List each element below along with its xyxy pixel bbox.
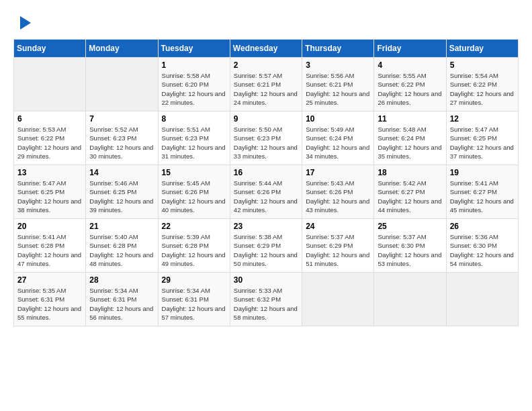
day-number: 11 xyxy=(378,114,442,124)
day-number: 23 xyxy=(234,222,298,231)
day-cell: 4Sunrise: 5:55 AMSunset: 6:22 PMDaylight… xyxy=(374,58,446,111)
day-info: Sunrise: 5:55 AMSunset: 6:22 PMDaylight:… xyxy=(378,71,442,107)
day-cell: 1Sunrise: 5:58 AMSunset: 6:20 PMDaylight… xyxy=(158,58,230,111)
day-number: 19 xyxy=(450,168,515,177)
day-info: Sunrise: 5:34 AMSunset: 6:31 PMDaylight:… xyxy=(162,286,226,322)
day-cell: 13Sunrise: 5:47 AMSunset: 6:25 PMDayligh… xyxy=(14,165,86,219)
day-info: Sunrise: 5:47 AMSunset: 6:25 PMDaylight:… xyxy=(17,179,82,214)
calendar-table: SundayMondayTuesdayWednesdayThursdayFrid… xyxy=(13,39,519,326)
day-info: Sunrise: 5:52 AMSunset: 6:23 PMDaylight:… xyxy=(89,125,154,161)
day-info: Sunrise: 5:45 AMSunset: 6:26 PMDaylight:… xyxy=(162,179,226,214)
day-number: 21 xyxy=(89,222,154,231)
header-day-saturday: Saturday xyxy=(446,40,518,58)
day-cell: 6Sunrise: 5:53 AMSunset: 6:22 PMDaylight… xyxy=(14,111,86,165)
day-number: 17 xyxy=(306,168,370,177)
day-number: 28 xyxy=(89,275,154,285)
day-cell: 5Sunrise: 5:54 AMSunset: 6:22 PMDaylight… xyxy=(446,58,518,111)
day-cell: 15Sunrise: 5:45 AMSunset: 6:26 PMDayligh… xyxy=(158,165,230,219)
day-number: 4 xyxy=(378,60,442,70)
day-number: 6 xyxy=(17,114,82,124)
day-cell: 10Sunrise: 5:49 AMSunset: 6:24 PMDayligh… xyxy=(302,111,374,165)
day-cell: 16Sunrise: 5:44 AMSunset: 6:26 PMDayligh… xyxy=(230,165,302,219)
day-cell: 28Sunrise: 5:34 AMSunset: 6:31 PMDayligh… xyxy=(86,273,158,326)
day-cell xyxy=(446,273,518,326)
day-info: Sunrise: 5:54 AMSunset: 6:22 PMDaylight:… xyxy=(450,71,515,107)
day-info: Sunrise: 5:41 AMSunset: 6:28 PMDaylight:… xyxy=(17,232,82,268)
day-cell: 21Sunrise: 5:40 AMSunset: 6:28 PMDayligh… xyxy=(86,219,158,273)
day-number: 27 xyxy=(17,275,82,285)
day-number: 1 xyxy=(162,60,226,70)
day-info: Sunrise: 5:47 AMSunset: 6:25 PMDaylight:… xyxy=(450,125,515,161)
day-cell: 2Sunrise: 5:57 AMSunset: 6:21 PMDaylight… xyxy=(230,58,302,111)
day-number: 30 xyxy=(234,275,298,285)
day-info: Sunrise: 5:39 AMSunset: 6:28 PMDaylight:… xyxy=(162,232,226,268)
day-cell: 30Sunrise: 5:33 AMSunset: 6:32 PMDayligh… xyxy=(230,273,302,326)
week-row-2: 6Sunrise: 5:53 AMSunset: 6:22 PMDaylight… xyxy=(14,111,519,165)
day-number: 18 xyxy=(378,168,442,177)
header-day-friday: Friday xyxy=(374,40,446,58)
day-number: 7 xyxy=(89,114,154,124)
week-row-3: 13Sunrise: 5:47 AMSunset: 6:25 PMDayligh… xyxy=(14,165,519,219)
day-cell: 22Sunrise: 5:39 AMSunset: 6:28 PMDayligh… xyxy=(158,219,230,273)
day-cell: 27Sunrise: 5:35 AMSunset: 6:31 PMDayligh… xyxy=(14,273,86,326)
day-info: Sunrise: 5:50 AMSunset: 6:23 PMDaylight:… xyxy=(234,125,298,161)
day-info: Sunrise: 5:48 AMSunset: 6:24 PMDaylight:… xyxy=(378,125,442,161)
day-cell: 20Sunrise: 5:41 AMSunset: 6:28 PMDayligh… xyxy=(14,219,86,273)
day-cell xyxy=(86,58,158,111)
logo-icon xyxy=(15,13,34,32)
day-info: Sunrise: 5:57 AMSunset: 6:21 PMDaylight:… xyxy=(234,71,298,107)
day-cell xyxy=(14,58,86,111)
header-day-sunday: Sunday xyxy=(14,40,86,58)
day-cell: 11Sunrise: 5:48 AMSunset: 6:24 PMDayligh… xyxy=(374,111,446,165)
day-cell: 12Sunrise: 5:47 AMSunset: 6:25 PMDayligh… xyxy=(446,111,518,165)
day-cell: 18Sunrise: 5:42 AMSunset: 6:27 PMDayligh… xyxy=(374,165,446,219)
day-cell: 17Sunrise: 5:43 AMSunset: 6:26 PMDayligh… xyxy=(302,165,374,219)
calendar-body: 1Sunrise: 5:58 AMSunset: 6:20 PMDaylight… xyxy=(14,58,519,326)
week-row-5: 27Sunrise: 5:35 AMSunset: 6:31 PMDayligh… xyxy=(14,273,519,326)
day-info: Sunrise: 5:37 AMSunset: 6:30 PMDaylight:… xyxy=(378,232,442,268)
day-cell: 19Sunrise: 5:41 AMSunset: 6:27 PMDayligh… xyxy=(446,165,518,219)
day-info: Sunrise: 5:58 AMSunset: 6:20 PMDaylight:… xyxy=(162,71,226,107)
day-info: Sunrise: 5:35 AMSunset: 6:31 PMDaylight:… xyxy=(17,286,82,322)
day-info: Sunrise: 5:56 AMSunset: 6:21 PMDaylight:… xyxy=(306,71,370,107)
day-info: Sunrise: 5:41 AMSunset: 6:27 PMDaylight:… xyxy=(450,179,515,214)
day-number: 9 xyxy=(234,114,298,124)
calendar-header: SundayMondayTuesdayWednesdayThursdayFrid… xyxy=(14,40,519,58)
day-number: 10 xyxy=(306,114,370,124)
day-info: Sunrise: 5:37 AMSunset: 6:29 PMDaylight:… xyxy=(306,232,370,268)
day-info: Sunrise: 5:40 AMSunset: 6:28 PMDaylight:… xyxy=(89,232,154,268)
day-number: 14 xyxy=(89,168,154,177)
day-number: 22 xyxy=(162,222,226,231)
header-day-tuesday: Tuesday xyxy=(158,40,230,58)
day-number: 12 xyxy=(450,114,515,124)
day-cell: 23Sunrise: 5:38 AMSunset: 6:29 PMDayligh… xyxy=(230,219,302,273)
day-number: 25 xyxy=(378,222,442,231)
header-day-monday: Monday xyxy=(86,40,158,58)
day-info: Sunrise: 5:46 AMSunset: 6:25 PMDaylight:… xyxy=(89,179,154,214)
day-number: 3 xyxy=(306,60,370,70)
week-row-1: 1Sunrise: 5:58 AMSunset: 6:20 PMDaylight… xyxy=(14,58,519,111)
day-number: 15 xyxy=(162,168,226,177)
day-info: Sunrise: 5:38 AMSunset: 6:29 PMDaylight:… xyxy=(234,232,298,268)
svg-marker-0 xyxy=(20,16,31,30)
day-info: Sunrise: 5:43 AMSunset: 6:26 PMDaylight:… xyxy=(306,179,370,214)
day-number: 8 xyxy=(162,114,226,124)
header-day-thursday: Thursday xyxy=(302,40,374,58)
day-cell xyxy=(374,273,446,326)
day-info: Sunrise: 5:33 AMSunset: 6:32 PMDaylight:… xyxy=(234,286,298,322)
day-info: Sunrise: 5:42 AMSunset: 6:27 PMDaylight:… xyxy=(378,179,442,214)
day-cell: 29Sunrise: 5:34 AMSunset: 6:31 PMDayligh… xyxy=(158,273,230,326)
day-cell xyxy=(302,273,374,326)
day-cell: 8Sunrise: 5:51 AMSunset: 6:23 PMDaylight… xyxy=(158,111,230,165)
day-info: Sunrise: 5:53 AMSunset: 6:22 PMDaylight:… xyxy=(17,125,82,161)
day-number: 20 xyxy=(17,222,82,231)
week-row-4: 20Sunrise: 5:41 AMSunset: 6:28 PMDayligh… xyxy=(14,219,519,273)
day-cell: 26Sunrise: 5:36 AMSunset: 6:30 PMDayligh… xyxy=(446,219,518,273)
day-info: Sunrise: 5:34 AMSunset: 6:31 PMDaylight:… xyxy=(89,286,154,322)
day-number: 13 xyxy=(17,168,82,177)
day-cell: 9Sunrise: 5:50 AMSunset: 6:23 PMDaylight… xyxy=(230,111,302,165)
header-row: SundayMondayTuesdayWednesdayThursdayFrid… xyxy=(14,40,519,58)
day-number: 26 xyxy=(450,222,515,231)
day-info: Sunrise: 5:51 AMSunset: 6:23 PMDaylight:… xyxy=(162,125,226,161)
day-info: Sunrise: 5:49 AMSunset: 6:24 PMDaylight:… xyxy=(306,125,370,161)
